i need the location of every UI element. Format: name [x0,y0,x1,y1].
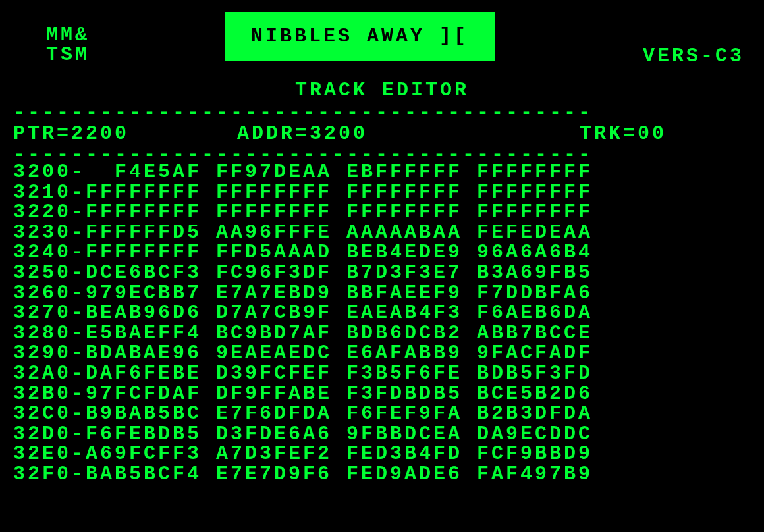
hex-dump: 3200- F4E5AF FF97DEAA EBFFFFFF FFFFFFFF3… [13,162,751,485]
hex-row: 3220-FFFFFFFF FFFFFFFF FFFFFFFF FFFFFFFF [13,202,751,223]
subtitle: TRACK EDITOR [13,79,751,101]
hex-row: 32A0-DAF6FEBE D39FCFEF F3B5F6FE BDB5F3FD [13,363,751,384]
hex-row: 32F0-BAB5BCF4 E7E7D9F6 FED9ADE6 FAF497B9 [13,464,751,485]
logo-line-2: TSM [46,45,90,65]
header: MM& TSM NIBBLES AWAY ][ VERS-C3 [13,12,751,67]
hex-row: 3230-FFFFFFD5 AA96FFFE AAAAABAA FEFEDEAA [13,223,751,243]
hex-row: 32B0-97FCFDAF DF9FFABE F3FDBDB5 BCE5B2D6 [13,384,751,404]
version-label: VERS-C3 [643,12,751,67]
hex-row: 3280-E5BAEFF4 BC9BD7AF BDB6DCB2 ABB7BCCE [13,323,751,344]
hex-row: 3210-FFFFFFFF FFFFFFFF FFFFFFFF FFFFFFFF [13,182,751,203]
hex-row: 3240-FFFFFFFF FFD5AAAD BEB4EDE9 96A6A6B4 [13,242,751,263]
status-addr: ADDR=3200 [237,124,580,144]
title-bar: NIBBLES AWAY ][ [225,12,495,61]
hex-row: 3250-DCE6BCF3 FC96F3DF B7D3F3E7 B3A69FB5 [13,263,751,283]
hex-row: 32C0-B9BAB5BC E7F6DFDA F6FEF9FA B2B3DFDA [13,404,751,424]
status-ptr: PTR=2200 [13,124,237,144]
status-trk: TRK=00 [580,124,667,144]
app-title: NIBBLES AWAY ][ [251,25,468,47]
hex-row: 3290-BDABAE96 9EAEAEDC E6AFABB9 9FACFADF [13,343,751,363]
hex-row: 32D0-F6FEBDB5 D3FDE6A6 9FBBDCEA DA9ECDDC [13,424,751,444]
hex-row: 3200- F4E5AF FF97DEAA EBFFFFFF FFFFFFFF [13,162,751,182]
hex-row: 3260-979ECBB7 E7A7EBD9 BBFAEEF9 F7DDBFA6 [13,283,751,304]
logo-line-1: MM& [46,25,90,45]
logo: MM& TSM [13,12,90,65]
hex-row: 32E0-A69FCFF3 A7D3FEF2 FED3B4FD FCF9BBD9 [13,444,751,464]
hex-row: 3270-BEAB96D6 D7A7CB9F EAEAB4F3 F6AEB6DA [13,303,751,323]
